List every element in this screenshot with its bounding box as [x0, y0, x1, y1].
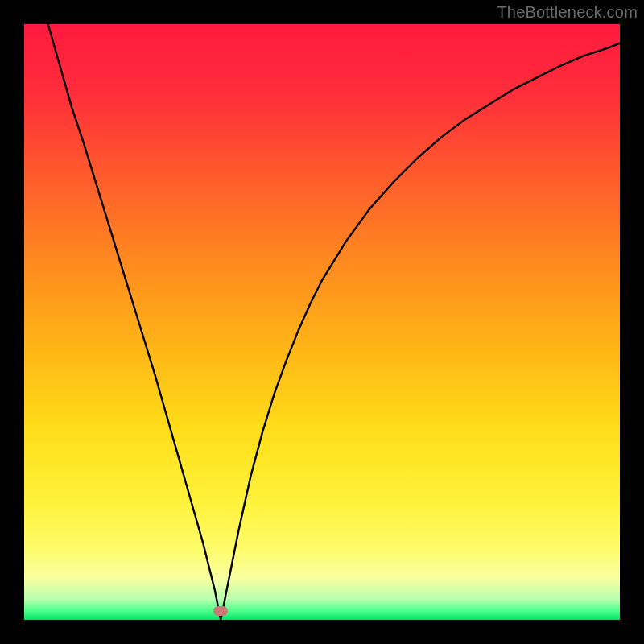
bottleneck-curve — [24, 24, 620, 620]
minimum-marker — [213, 606, 228, 616]
plot-area — [24, 24, 620, 620]
watermark: TheBottleneck.com — [497, 3, 638, 22]
chart-frame: TheBottleneck.com — [0, 0, 644, 644]
